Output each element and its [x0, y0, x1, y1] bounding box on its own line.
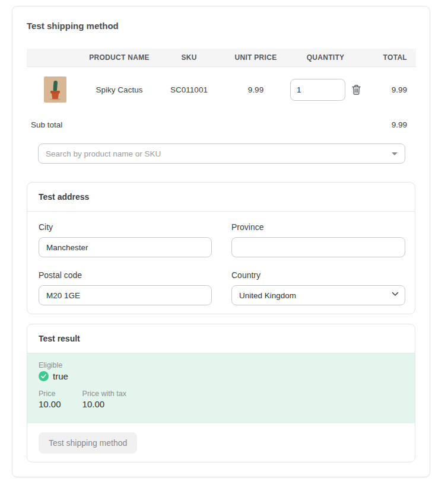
city-field-group: City — [39, 222, 212, 257]
price-with-tax-block: Price with tax 10.00 — [82, 390, 126, 409]
remove-product-button[interactable] — [351, 84, 362, 96]
product-search-combobox — [38, 143, 405, 164]
price-with-tax-label: Price with tax — [82, 390, 126, 398]
price-value: 10.00 — [39, 399, 61, 409]
col-total: TOTAL — [363, 53, 416, 62]
product-sku: SC011001 — [155, 85, 223, 94]
price-label: Price — [39, 390, 61, 398]
quantity-input[interactable] — [290, 79, 345, 101]
col-product-name: PRODUCT NAME — [84, 53, 155, 62]
test-shipping-method-button[interactable]: Test shipping method — [39, 432, 137, 454]
subtotal-label: Sub total — [31, 120, 62, 129]
city-field[interactable] — [39, 237, 212, 257]
product-unit-price: 9.99 — [223, 85, 288, 94]
city-label: City — [39, 222, 212, 232]
subtotal-row: Sub total 9.99 — [27, 120, 416, 129]
subtotal-value: 9.99 — [392, 120, 407, 129]
chevron-down-icon[interactable] — [392, 152, 398, 155]
test-result-title: Test result — [27, 324, 415, 353]
test-shipping-method-panel: Test shipping method PRODUCT NAME SKU UN… — [12, 6, 430, 477]
check-circle-icon — [39, 371, 49, 381]
province-label: Province — [231, 222, 405, 232]
postal-code-field-group: Postal code — [39, 270, 212, 305]
product-name: Spiky Cactus — [84, 85, 155, 94]
province-field[interactable] — [231, 237, 405, 257]
col-unit-price: UNIT PRICE — [223, 53, 288, 62]
result-summary: Eligible true Price 10.00 Price with tax… — [27, 353, 415, 423]
products-table: PRODUCT NAME SKU UNIT PRICE QUANTITY TOT… — [27, 49, 416, 129]
test-address-card: Test address City Province Postal code C… — [27, 182, 415, 314]
price-block: Price 10.00 — [39, 390, 61, 409]
province-field-group: Province — [231, 222, 405, 257]
search-input[interactable] — [38, 143, 405, 164]
test-address-title: Test address — [27, 183, 415, 212]
price-with-tax-value: 10.00 — [82, 399, 126, 409]
country-select[interactable]: United Kingdom — [231, 285, 405, 305]
products-table-header: PRODUCT NAME SKU UNIT PRICE QUANTITY TOT… — [27, 49, 416, 67]
product-total: 9.99 — [363, 85, 416, 94]
page-title: Test shipping method — [27, 21, 415, 31]
col-sku: SKU — [155, 53, 223, 62]
table-row: Spiky Cactus SC011001 9.99 9.99 — [27, 67, 416, 112]
col-quantity: QUANTITY — [288, 53, 363, 62]
country-field-group: Country United Kingdom — [231, 270, 405, 305]
postal-code-label: Postal code — [39, 270, 212, 280]
product-image-cell — [27, 76, 84, 103]
country-label: Country — [231, 270, 405, 280]
postal-code-field[interactable] — [39, 285, 212, 305]
trash-icon — [352, 85, 361, 95]
eligible-label: Eligible — [39, 361, 403, 369]
product-quantity-cell — [288, 79, 363, 101]
product-thumbnail — [44, 76, 66, 103]
eligible-value: true — [53, 371, 68, 381]
test-result-card: Test result Eligible true Price 10.00 Pr… — [27, 324, 415, 462]
